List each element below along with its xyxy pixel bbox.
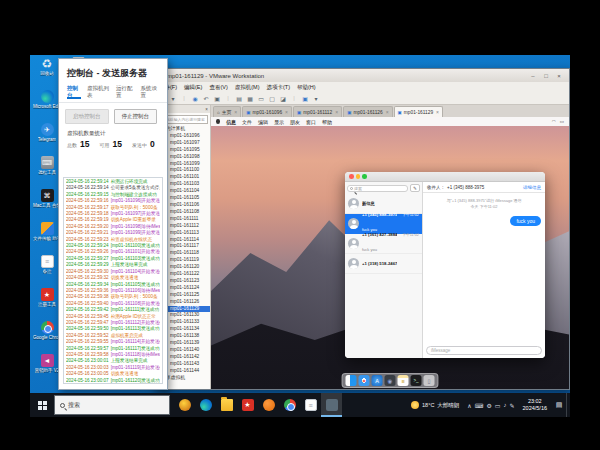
vmware-titlebar[interactable]: mp01-161129 - VMware Workstation – □ × bbox=[153, 69, 569, 82]
zoom-traffic-light[interactable] bbox=[362, 174, 367, 179]
desktop-icon[interactable]: ★ 注册工具 bbox=[33, 288, 61, 318]
macos-menu-item[interactable]: 编辑 bbox=[258, 119, 268, 125]
dock-app-icon[interactable]: ≡ bbox=[398, 375, 409, 386]
action-center-icon[interactable]: ▤ bbox=[552, 393, 566, 417]
taskbar-app-button[interactable] bbox=[321, 393, 342, 417]
taskbar-search-input[interactable]: 搜索 bbox=[54, 395, 170, 415]
to-value[interactable]: +1 (345) 888-3975 bbox=[447, 185, 484, 190]
menubar-status-icon[interactable]: ▭ bbox=[560, 119, 564, 124]
conversation-item[interactable]: +1 (361) 427-3884 下午11:02 fuck you bbox=[345, 234, 422, 254]
desktop-icon[interactable]: ⌨ 远程工具 bbox=[33, 156, 61, 186]
tab-close-icon[interactable]: × bbox=[386, 109, 389, 115]
library-close-icon[interactable]: × bbox=[205, 107, 208, 112]
tray-icon[interactable]: ⌨ bbox=[475, 402, 484, 409]
conversation-item[interactable]: +1 (318) 518-2467 bbox=[345, 254, 422, 274]
dock-app-icon[interactable]: A bbox=[372, 375, 383, 386]
console-log[interactable]: 2024-05-16 22:59:14检测运行环境完成 2024-05-16 2… bbox=[63, 177, 163, 384]
toolbar-icon[interactable]: | bbox=[223, 93, 233, 103]
desktop-icon[interactable]: 文件传输 助手 bbox=[33, 222, 61, 252]
taskbar-app-button[interactable] bbox=[279, 393, 300, 417]
macos-menu-item[interactable]: 窗口 bbox=[306, 119, 316, 125]
message-input[interactable]: iMessage bbox=[426, 346, 542, 355]
toolbar-icon[interactable]: ▤ bbox=[234, 93, 244, 103]
taskbar-app-button[interactable] bbox=[174, 393, 195, 417]
vm-tab[interactable]: ⌂ 主页 × bbox=[213, 106, 241, 117]
minimize-button[interactable]: – bbox=[527, 71, 539, 81]
macos-menu-item[interactable]: 帮助 bbox=[322, 119, 332, 125]
desktop-icon[interactable]: ♻ 回收站 bbox=[33, 57, 61, 87]
taskbar-app-button[interactable] bbox=[195, 393, 216, 417]
dock-app-icon[interactable]: ✦ bbox=[359, 375, 370, 386]
toolbar-icon[interactable]: ◉ bbox=[190, 93, 200, 103]
taskbar-weather-widget[interactable]: 18°C 大部晴朗 bbox=[406, 393, 464, 417]
desktop-icon[interactable]: ≡ 备注 bbox=[33, 255, 61, 285]
menu-item[interactable]: 查看(V) bbox=[209, 84, 227, 91]
messages-search-input[interactable]: 搜索 bbox=[347, 185, 408, 192]
messages-titlebar[interactable] bbox=[345, 172, 545, 182]
conversation-item[interactable]: +1 (345) 888-3975 下午11:02 fuck you bbox=[345, 214, 422, 234]
tray-icon[interactable]: ▭ bbox=[495, 402, 501, 409]
dock-app-icon[interactable]: ◉ bbox=[385, 375, 396, 386]
start-button[interactable] bbox=[30, 393, 54, 417]
taskbar-app-button[interactable] bbox=[258, 393, 279, 417]
vm-tab[interactable]: ▣ mp01-161129 × bbox=[394, 106, 443, 117]
minimize-traffic-light[interactable] bbox=[356, 174, 361, 179]
dock-app-icon[interactable]: >_ bbox=[411, 375, 422, 386]
macos-menu-item[interactable]: 朋友 bbox=[290, 119, 300, 125]
toolbar-icon[interactable]: ▢ bbox=[267, 93, 277, 103]
dock-app-icon[interactable]: ◗ bbox=[346, 375, 357, 386]
macos-menu-item[interactable]: 显示 bbox=[274, 119, 284, 125]
console-tab[interactable]: 运行配置 bbox=[116, 85, 135, 99]
taskbar-app-button[interactable] bbox=[216, 393, 237, 417]
dock-app-icon[interactable]: ▯ bbox=[424, 375, 435, 386]
tab-close-icon[interactable]: × bbox=[436, 109, 439, 115]
desktop-icon[interactable]: Google Chrome bbox=[33, 321, 61, 351]
close-button[interactable]: × bbox=[553, 71, 565, 81]
macos-menu-item[interactable]: 文件 bbox=[242, 119, 252, 125]
vm-tab[interactable]: ▣ mp01-161096 × bbox=[242, 106, 292, 117]
taskbar-clock[interactable]: 23:02 2024/5/16 bbox=[518, 393, 552, 417]
macos-menu-item[interactable]: 信息 bbox=[226, 119, 236, 125]
console-tab[interactable]: 虚拟机列表 bbox=[87, 85, 110, 99]
close-traffic-light[interactable] bbox=[349, 174, 354, 179]
compose-button[interactable]: ✎ bbox=[410, 184, 420, 192]
tab-close-icon[interactable]: × bbox=[335, 109, 338, 115]
desktop-icon[interactable]: ◄ 营销助手 V2 bbox=[33, 354, 61, 384]
toolbar-icon[interactable]: | bbox=[289, 93, 299, 103]
taskbar-app-button[interactable]: ≡ bbox=[300, 393, 321, 417]
menubar-status-icon[interactable]: ◠ bbox=[552, 119, 556, 124]
stop-console-button[interactable]: 停止控制台 bbox=[114, 109, 158, 124]
show-desktop-button[interactable] bbox=[566, 393, 570, 417]
menu-item[interactable]: 帮助(H) bbox=[297, 84, 316, 91]
desktop-icon[interactable]: Microsoft Edge bbox=[33, 90, 61, 120]
tray-icon[interactable]: ∧ bbox=[467, 402, 471, 409]
tray-icon[interactable]: ✎ bbox=[510, 402, 515, 409]
conversation-item[interactable]: 新信息 bbox=[345, 194, 422, 214]
toolbar-icon[interactable]: ▣ bbox=[212, 93, 222, 103]
desktop-icon[interactable]: ✈ Telegram bbox=[33, 123, 61, 153]
desktop-icon[interactable]: ⌘ Mac工具 合集 bbox=[33, 189, 61, 219]
apple-menu-icon[interactable] bbox=[216, 119, 220, 124]
tab-close-icon[interactable]: × bbox=[234, 109, 237, 115]
tray-icon[interactable]: ♪ bbox=[504, 402, 507, 408]
toolbar-icon[interactable]: ▣ bbox=[300, 93, 310, 103]
toolbar-icon[interactable]: | bbox=[179, 93, 189, 103]
vm-tab[interactable]: ▣ mp01-161112 × bbox=[293, 106, 342, 117]
taskbar-app-button[interactable]: ★ bbox=[237, 393, 258, 417]
message-history[interactable]: 与"+1 (345) 888-3975"进行 iMessage 通信 今天 下午… bbox=[423, 193, 545, 343]
toolbar-icon[interactable]: ↶ bbox=[201, 93, 211, 103]
toolbar-icon[interactable]: ▾ bbox=[311, 93, 321, 103]
start-console-button[interactable]: 启动控制台 bbox=[65, 109, 109, 124]
tab-close-icon[interactable]: × bbox=[285, 109, 288, 115]
console-tab[interactable]: 控制台 bbox=[67, 85, 81, 99]
tray-icon[interactable]: ⚙ bbox=[486, 402, 491, 409]
console-tab[interactable]: 系统设置 bbox=[141, 85, 160, 99]
toolbar-icon[interactable]: ▾ bbox=[168, 93, 178, 103]
toolbar-icon[interactable]: ▦ bbox=[245, 93, 255, 103]
menu-item[interactable]: 选项卡(T) bbox=[266, 84, 290, 91]
toolbar-icon[interactable]: ▭ bbox=[256, 93, 266, 103]
menu-item[interactable]: 编辑(E) bbox=[184, 84, 202, 91]
toolbar-icon[interactable]: ◪ bbox=[278, 93, 288, 103]
maximize-button[interactable]: □ bbox=[540, 71, 552, 81]
menu-item[interactable]: 虚拟机(M) bbox=[235, 84, 260, 91]
